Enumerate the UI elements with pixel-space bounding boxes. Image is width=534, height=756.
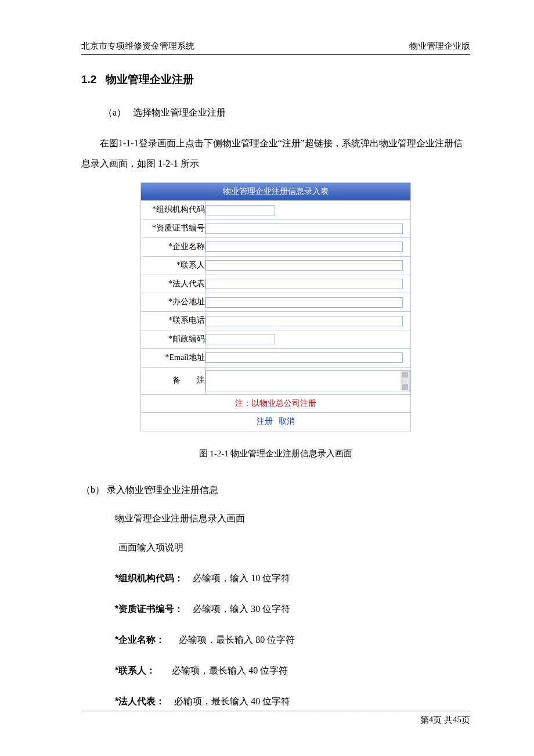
- cancel-button[interactable]: 取消: [279, 417, 295, 426]
- org-code-input[interactable]: [205, 205, 275, 215]
- step-b-marker: （b）: [81, 485, 104, 495]
- field-label: *办公地址: [141, 293, 205, 312]
- field-label: *企业名称: [141, 237, 205, 256]
- page-number: 第 4 页 共 45 页: [81, 715, 470, 726]
- spec-row: *资质证书编号： 必输项，输入 30 位字符: [115, 599, 470, 619]
- company-name-input[interactable]: [205, 242, 403, 252]
- step-b-heading: （b） 录入物业管理企业注册信息: [81, 480, 470, 500]
- step-a-title: 选择物业管理企业注册: [133, 107, 226, 117]
- step-a-heading: （a） 选择物业管理企业注册: [81, 102, 470, 123]
- step-a-marker: （a）: [103, 107, 126, 117]
- spec-row: *联系人： 必输项，最长输入 40 位字符: [115, 660, 470, 681]
- figure-caption: 图 1-2-1 物业管理企业注册信息录入画面: [81, 444, 470, 463]
- cert-no-input[interactable]: [205, 224, 403, 234]
- email-input[interactable]: [205, 352, 403, 363]
- section-number: 1.2: [81, 73, 96, 85]
- spec-desc: 必输项，输入 10 位字符: [193, 573, 290, 583]
- spec-label: *企业名称：: [115, 635, 165, 645]
- spec-label: *组织机构代码：: [115, 573, 183, 583]
- legal-rep-input[interactable]: [205, 279, 403, 289]
- spec-desc: 必输项，最长输入 80 位字符: [179, 635, 295, 645]
- footer-rule: ________________________________________…: [81, 701, 470, 711]
- field-label: *联系人: [141, 256, 205, 275]
- spec-desc: 必输项，输入 30 位字符: [193, 604, 290, 614]
- spec-row: *组织机构代码： 必输项，输入 10 位字符: [115, 568, 470, 588]
- spec-desc: 必输项，最长输入 40 位字符: [172, 665, 288, 675]
- contact-input[interactable]: [205, 260, 403, 271]
- field-label: *组织机构代码: [141, 201, 205, 219]
- spec-row: *企业名称： 必输项，最长输入 80 位字符: [115, 629, 470, 650]
- header-rule: [81, 54, 470, 55]
- form-title: 物业管理企业注册信息录入表: [141, 182, 411, 201]
- step-b-line1: 物业管理企业注册信息录入画面: [81, 508, 470, 528]
- spec-label: *联系人：: [115, 665, 156, 675]
- postcode-input[interactable]: [205, 334, 275, 344]
- field-label: *资质证书编号: [141, 219, 205, 238]
- spec-label: *资质证书编号：: [115, 604, 183, 614]
- scrollbar-icon: [400, 371, 410, 391]
- step-b-title: 录入物业管理企业注册信息: [107, 485, 218, 495]
- memo-textarea[interactable]: [205, 370, 410, 391]
- section-title: 物业管理企业注册: [106, 73, 194, 85]
- register-button[interactable]: 注册: [257, 417, 273, 426]
- field-label: *联系电话: [141, 312, 205, 330]
- step-b-line2: 画面输入项说明: [81, 537, 470, 557]
- doc-header-right: 物业管理企业版: [409, 41, 470, 52]
- step-a-paragraph: 在图1-1-1登录画面上点击下侧物业管理企业“注册”超链接，系统弹出物业管理企业…: [81, 133, 470, 174]
- phone-input[interactable]: [205, 316, 403, 326]
- registration-form-table: 物业管理企业注册信息录入表 *组织机构代码 *资质证书编号 *企业名称 *联系人…: [140, 182, 411, 432]
- form-note: 注：以物业总公司注册: [141, 394, 411, 413]
- address-input[interactable]: [205, 297, 403, 308]
- field-label: *Email地址: [141, 348, 205, 367]
- memo-label: 备 注: [141, 367, 205, 394]
- section-heading: 1.2 物业管理企业注册: [81, 72, 470, 87]
- doc-header-left: 北京市专项维修资金管理系统: [81, 41, 194, 52]
- field-label: *邮政编码: [141, 330, 205, 348]
- form-actions: 注册 取消: [141, 413, 411, 431]
- field-label: *法人代表: [141, 275, 205, 293]
